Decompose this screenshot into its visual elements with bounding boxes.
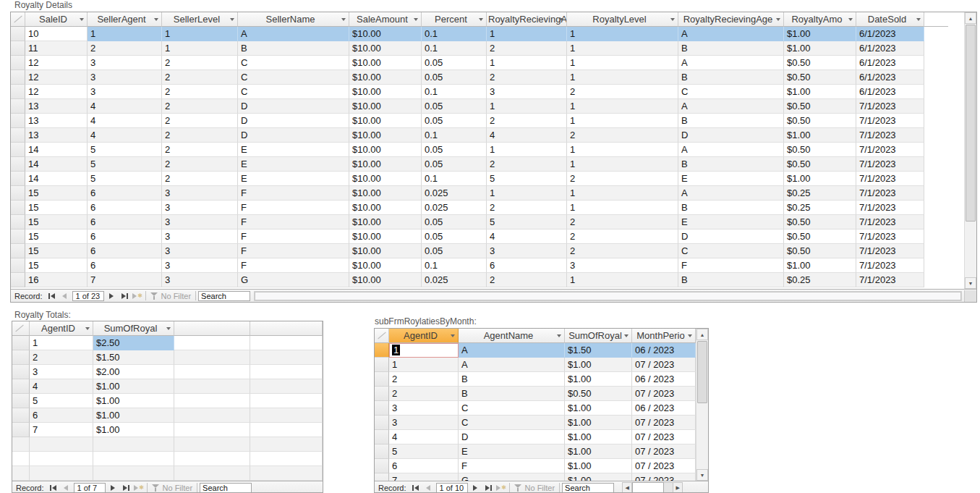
cell[interactable]: 0.05 xyxy=(422,229,487,244)
select-all-corner[interactable] xyxy=(12,321,30,336)
cell[interactable]: 2 xyxy=(487,114,567,128)
cell[interactable]: $10.00 xyxy=(349,258,422,273)
row-selector[interactable] xyxy=(12,350,30,365)
cell[interactable]: $1.00 xyxy=(784,172,856,186)
cell[interactable]: 3 xyxy=(162,244,238,258)
column-dropdown-icon[interactable] xyxy=(80,18,84,21)
cell[interactable]: 07 / 2023 xyxy=(632,430,696,444)
cell[interactable]: 6 xyxy=(88,186,162,201)
cell[interactable]: E xyxy=(238,157,349,172)
cell[interactable] xyxy=(174,466,250,481)
cell[interactable]: 2 xyxy=(567,128,678,143)
cell[interactable]: 3 xyxy=(162,201,238,215)
cell[interactable]: E xyxy=(459,444,565,459)
cell[interactable]: F xyxy=(238,201,349,215)
cell[interactable]: $1.50 xyxy=(93,350,174,365)
cell[interactable]: 3 xyxy=(162,229,238,244)
cell[interactable]: $0.50 xyxy=(784,229,856,244)
cell[interactable]: 1 xyxy=(487,27,567,41)
row-selector[interactable] xyxy=(375,416,389,430)
cell[interactable]: 1 xyxy=(567,27,678,41)
cell[interactable]: 6/1/2023 xyxy=(856,85,924,99)
horizontal-scrollbar[interactable]: ◀ ▶ xyxy=(622,482,683,493)
column-header-agentname[interactable]: AgentName xyxy=(459,329,565,343)
cell[interactable]: D xyxy=(238,99,349,114)
cell[interactable] xyxy=(174,437,250,452)
cell[interactable]: $0.50 xyxy=(784,215,856,229)
cell[interactable]: 0.1 xyxy=(422,85,487,99)
row-selector[interactable] xyxy=(375,430,389,444)
row-selector[interactable] xyxy=(375,401,389,416)
cell[interactable]: 0.05 xyxy=(422,99,487,114)
cell[interactable]: 2 xyxy=(567,172,678,186)
cell[interactable]: 6 xyxy=(30,408,93,423)
cell[interactable]: D xyxy=(459,430,565,444)
cell[interactable]: 7/1/2023 xyxy=(856,273,924,287)
column-header-sellerlevel[interactable]: SellerLevel xyxy=(162,12,238,27)
cell[interactable]: C xyxy=(238,85,349,99)
cell[interactable] xyxy=(174,350,250,365)
row-selector[interactable] xyxy=(11,201,25,215)
column-header-royaltyrecievingage[interactable]: RoyaltyRecievingAge xyxy=(678,12,784,27)
select-all-corner[interactable] xyxy=(375,329,389,343)
cell[interactable]: 1 xyxy=(567,99,678,114)
cell[interactable]: C xyxy=(678,85,784,99)
cell[interactable]: $10.00 xyxy=(349,41,422,56)
column-dropdown-icon[interactable] xyxy=(624,334,629,337)
cell[interactable]: 7/1/2023 xyxy=(856,172,924,186)
cell[interactable]: 3 xyxy=(162,273,238,287)
record-position-box[interactable]: 1 of 7 xyxy=(74,483,106,493)
cell[interactable]: 12 xyxy=(25,70,88,85)
vertical-scrollbar[interactable]: ▲ ▼ xyxy=(696,329,708,481)
cell[interactable] xyxy=(174,336,250,350)
scroll-up-icon[interactable]: ▲ xyxy=(965,12,976,24)
cell[interactable] xyxy=(93,437,174,452)
column-dropdown-icon[interactable] xyxy=(557,334,561,337)
row-selector[interactable] xyxy=(11,56,25,70)
cell[interactable]: 2 xyxy=(162,85,238,99)
cell[interactable]: 2 xyxy=(162,99,238,114)
column-header-percent[interactable]: Percent xyxy=(422,12,487,27)
column-dropdown-icon[interactable] xyxy=(848,18,853,21)
cell[interactable]: 4 xyxy=(88,128,162,143)
cell[interactable] xyxy=(174,452,250,466)
cell[interactable]: 2 xyxy=(487,273,567,287)
vertical-scrollbar-thumb[interactable] xyxy=(697,341,707,403)
cell[interactable]: 15 xyxy=(25,229,88,244)
cell[interactable]: 1 xyxy=(487,56,567,70)
cell[interactable]: 1 xyxy=(567,143,678,157)
cell[interactable] xyxy=(250,452,323,466)
cell[interactable]: 2 xyxy=(567,85,678,99)
cell[interactable]: A xyxy=(459,358,565,372)
cell[interactable]: 7/1/2023 xyxy=(856,215,924,229)
horizontal-scrollbar-thumb[interactable] xyxy=(632,482,664,493)
cell[interactable]: D xyxy=(678,229,784,244)
cell[interactable]: $10.00 xyxy=(349,215,422,229)
cell[interactable]: 7 xyxy=(88,273,162,287)
column-dropdown-icon[interactable] xyxy=(776,18,780,21)
column-dropdown-icon[interactable] xyxy=(916,18,921,21)
cell[interactable]: 4 xyxy=(487,128,567,143)
row-selector[interactable] xyxy=(375,444,389,459)
cell[interactable]: 3 xyxy=(88,85,162,99)
cell[interactable]: D xyxy=(678,128,784,143)
row-selector[interactable] xyxy=(12,336,30,350)
cell[interactable]: F xyxy=(459,459,565,473)
cell[interactable]: $0.50 xyxy=(784,157,856,172)
row-selector[interactable] xyxy=(11,99,25,114)
cell[interactable]: 5 xyxy=(487,172,567,186)
cell[interactable]: 2 xyxy=(567,244,678,258)
cell[interactable]: 5 xyxy=(88,157,162,172)
cell[interactable]: C xyxy=(459,416,565,430)
cell[interactable] xyxy=(174,379,250,394)
cell[interactable]: 0.05 xyxy=(422,114,487,128)
cell[interactable]: 7/1/2023 xyxy=(856,143,924,157)
cell[interactable]: 7/1/2023 xyxy=(856,157,924,172)
column-header-sellername[interactable]: SellerName xyxy=(238,12,349,27)
cell[interactable]: 3 xyxy=(30,365,93,379)
cell[interactable]: 0.025 xyxy=(422,201,487,215)
row-selector[interactable] xyxy=(375,459,389,473)
cell[interactable]: 15 xyxy=(25,186,88,201)
column-header-monthperio[interactable]: MonthPerio xyxy=(632,329,696,343)
cell[interactable] xyxy=(250,437,323,452)
